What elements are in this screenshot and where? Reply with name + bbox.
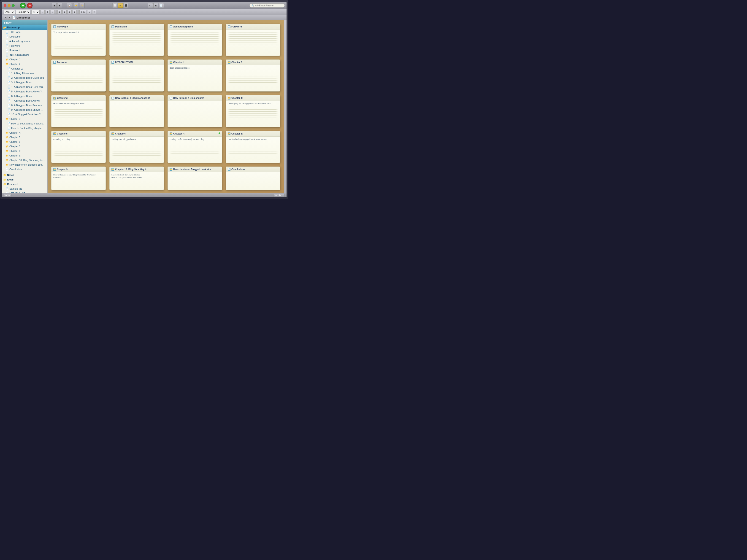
sidebar-item-blogged-allows7[interactable]: 📄 7: A Blogged Book Allows — [2, 98, 47, 103]
align-left-button[interactable]: ≡ — [57, 10, 61, 14]
sidebar-item-chapter1[interactable]: 📂 Chapter 1: — [2, 57, 47, 62]
view-single-toggle[interactable]: ⬜ — [112, 3, 118, 8]
search-bar[interactable]: 🔍 — [250, 3, 285, 7]
move-right-icon[interactable]: ▶ — [57, 3, 62, 8]
remove-document-button[interactable]: − — [27, 3, 32, 8]
card-new-chapter[interactable]: 📂 New chapter on Blogged book stor... — [168, 166, 222, 190]
card-chapter7[interactable]: 📂 Chapter 7: Driving Traffic (Readers) T… — [168, 131, 222, 163]
sidebar-item-ideas[interactable]: 📁 Ideas — [2, 177, 47, 182]
card-how-to-book-ch[interactable]: 📄 How to Book a Blog chapter — [168, 95, 222, 127]
card-chapter1[interactable]: 📂 Chapter 1: Book Blogging Basics — [168, 59, 222, 91]
card-chapter7-header: 📂 Chapter 7: — [168, 131, 222, 137]
font-family-select[interactable]: Arial — [4, 10, 15, 14]
card-foreword2[interactable]: 📄 Foreword — [51, 59, 106, 91]
sidebar-item-blogged-allows-test[interactable]: 📄 5: A Blogged Book Allows You to Test-M… — [2, 89, 47, 94]
key-icon[interactable]: 🔑 — [73, 3, 78, 8]
card-title-page[interactable]: 📄 Title Page Title page to the manuscrip… — [51, 24, 106, 56]
align-center-button[interactable]: ≡ — [62, 10, 67, 14]
back-arrow[interactable]: ◀ — [4, 16, 7, 20]
sidebar-item-blogged-gets[interactable]: 📄 4: A Blogged Book Gets Your Writing Re… — [2, 85, 47, 89]
sidebar-item-chapter10[interactable]: 📂 Chapter 10: Blog Your Way to a Book De… — [2, 158, 47, 162]
sidebar-item-blogged-book[interactable]: 📄 3: A Blogged Book — [2, 80, 47, 85]
forward-arrow[interactable]: ▶ — [8, 16, 11, 20]
sidebar-item-blogged-lets[interactable]: 📄 10: A Blogged Book Lets You and Your B… — [2, 112, 47, 117]
sidebar-item-how-to-book-ch[interactable]: 📄 How to Book a Blog chapter — [2, 126, 47, 130]
card-how-to-book-ch-icon: 📄 — [170, 97, 172, 100]
sidebar-item-htbab[interactable]: 📄 HTBAB 2nd Ed. — [2, 191, 47, 193]
binder-icon[interactable]: 📋 — [67, 3, 72, 8]
sidebar-item-chapter2-sub[interactable]: 📄 Chapter 2: — [2, 66, 47, 71]
sidebar-item-how-to-book-ms[interactable]: 📄 How to Book a Blog manuscript — [2, 121, 47, 126]
corkboard[interactable]: 📄 Title Page Title page to the manuscrip… — [48, 20, 284, 193]
sidebar-item-chapter8[interactable]: 📂 Chapter 8: — [2, 149, 47, 153]
view-split-toggle[interactable]: ⬛ — [123, 3, 128, 8]
panel-toggles: 🗂 ▣ 📄 — [148, 3, 164, 8]
sidebar-item-chapter7[interactable]: 📂 Chapter 7 — [2, 144, 47, 149]
align-right-button[interactable]: ≡ — [68, 10, 72, 14]
sidebar-item-conclusion[interactable]: 📄 Conclusion: — [2, 167, 47, 171]
italic-button[interactable]: I — [46, 10, 50, 14]
list-button[interactable]: ☰ — [92, 10, 96, 14]
close-button[interactable] — [4, 4, 6, 7]
card-chapter8[interactable]: 📂 Chapter 8: I've finished my Blogged bo… — [226, 131, 280, 163]
card-chapter4[interactable]: 📂 Chapter 4: Developing Your Blogged Boo… — [226, 95, 280, 127]
indent-button[interactable]: ⇥ — [87, 10, 91, 14]
card-chapter10[interactable]: 📂 Chapter 10: Blog Your Way to... Landed… — [109, 166, 164, 190]
card-chapter2[interactable]: 📂 Chapter 2 — [226, 59, 280, 91]
sidebar-item-notes[interactable]: 📁 Notes — [2, 173, 47, 177]
card-chapter2-lines — [226, 65, 280, 85]
card-dedication[interactable]: 📄 Dedication — [109, 24, 164, 56]
underline-button[interactable]: U — [51, 10, 55, 14]
word-count-button[interactable]: Words: 0 — [273, 194, 285, 197]
sidebar-item-research[interactable]: 📁 Research — [2, 182, 47, 186]
spacing-button[interactable]: 1.0▾ — [79, 10, 86, 14]
card-introduction[interactable]: 📄 INTRODUCTION — [109, 59, 164, 91]
card-chapter3[interactable]: 📂 Chapter 3: How to Prepare to Blog Your… — [51, 95, 106, 127]
sidebar-item-acknowledgments[interactable]: 📄 Acknowledgments — [2, 39, 47, 44]
notes-toggle[interactable]: 📄 — [159, 3, 164, 8]
sidebar-item-blogged-ensures[interactable]: 📄 8: A Blogged Book Ensures — [2, 103, 47, 108]
card-acknowledgments[interactable]: 📄 Acknowledgments — [168, 24, 222, 56]
search-input[interactable] — [255, 4, 283, 7]
sidebar-item-blog-allows[interactable]: 📄 1: A Blog Allows You — [2, 71, 47, 76]
maximize-button[interactable] — [12, 4, 15, 7]
sidebar-item-new-chapter[interactable]: 📂 New chapter on Blogged book stories — [2, 162, 47, 167]
sidebar-item-chapter4[interactable]: 📂 Chapter 4: — [2, 130, 47, 135]
font-size-select[interactable]: 12 — [31, 10, 40, 14]
card-conclusion[interactable]: 📄 Conclusions — [226, 166, 280, 190]
sidebar-item-manuscript[interactable]: 📂 Manuscript — [2, 25, 47, 30]
card-foreword1[interactable]: 📄 Foreword — [226, 24, 280, 56]
sidebar-content[interactable]: 📂 Manuscript 📄 Title Page 📄 Dedication 📄… — [2, 25, 47, 193]
card-chapter5[interactable]: 📂 Chapter 5: Creating You Blog — [51, 131, 106, 163]
sidebar-item-blogged-book6[interactable]: 📄 6: A Blogged Book — [2, 94, 47, 98]
card-chapter9[interactable]: 📂 Chapter 9: How to Repurpose Your Blog … — [51, 166, 106, 190]
move-left-icon[interactable]: ◀ — [52, 3, 57, 8]
sidebar-item-dedication[interactable]: 📄 Dedication — [2, 34, 47, 39]
sidebar-item-chapter5[interactable]: 📂 Chapter 5 — [2, 135, 47, 139]
card-chapter6[interactable]: 📂 Chapter 6: Writing Your Blogged Book — [109, 131, 164, 163]
inspector-toggle[interactable]: 🗂 — [148, 3, 153, 8]
sidebar-toggle[interactable]: ▣ — [153, 3, 158, 8]
font-style-select[interactable]: Regular — [16, 10, 30, 14]
card-chapter9-body: How to Repurpose Your Blog Content for T… — [51, 172, 105, 180]
sidebar-item-sample-ms[interactable]: 📄 Sample MS — [2, 186, 47, 191]
sidebar-item-chapter3[interactable]: 📂 Chapter 3: — [2, 117, 47, 121]
view-corkboard-toggle[interactable]: ⊞ — [118, 3, 123, 8]
sidebar-item-blogged-shows[interactable]: 📄 9: A Blogged Book Shows What You've G.… — [2, 108, 47, 112]
sidebar-item-title-page[interactable]: 📄 Title Page — [2, 30, 47, 34]
status-button[interactable]: Draft — [4, 194, 11, 197]
card-how-to-book-ms[interactable]: 📄 How to Book a Blog manuscript — [109, 95, 164, 127]
sidebar-item-chapter2[interactable]: 📂 Chapter 2 — [2, 62, 47, 66]
add-document-button[interactable]: + — [20, 3, 26, 8]
sidebar-item-foreword2[interactable]: 📄 Foreword — [2, 48, 47, 53]
card-conclusion-header: 📄 Conclusions — [226, 167, 280, 172]
sidebar-item-chapter9[interactable]: 📂 Chapter 9: — [2, 153, 47, 158]
bold-button[interactable]: B — [41, 10, 45, 14]
sidebar-item-foreword1[interactable]: 📄 Foreword — [2, 44, 47, 48]
sidebar-item-chapter6[interactable]: 📂 Chapter 6 — [2, 139, 47, 144]
minimize-button[interactable] — [8, 4, 10, 7]
sidebar-item-blogged-gives[interactable]: 📄 2: A Blogged Book Gives You — [2, 76, 47, 80]
edit-icon[interactable]: ✏️ — [80, 3, 85, 8]
sidebar-item-introduction[interactable]: 📄 INTRODUCTION — [2, 53, 47, 57]
align-justify-button[interactable]: ≡ — [73, 10, 77, 14]
